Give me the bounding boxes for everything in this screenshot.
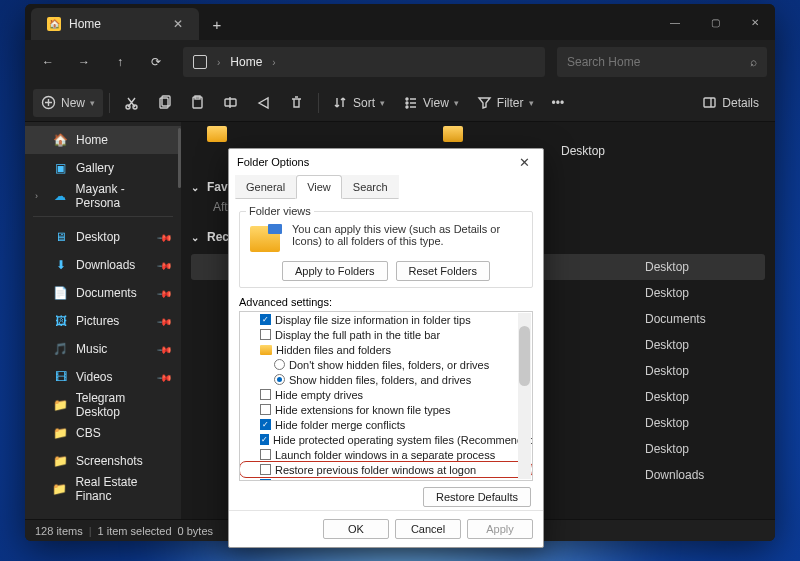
restore-defaults-button[interactable]: Restore Defaults: [423, 487, 531, 507]
gallery-icon: ▣: [53, 161, 68, 176]
music-icon: 🎵: [53, 342, 68, 357]
status-selected: 1 item selected: [98, 525, 172, 537]
chevron-right-icon: ›: [35, 191, 45, 201]
checkbox-icon[interactable]: [260, 404, 271, 415]
folder-icon[interactable]: [443, 126, 463, 142]
sidebar-item-telegram[interactable]: 📁Telegram Desktop: [25, 391, 181, 419]
copy-icon: [157, 95, 172, 110]
view-button[interactable]: View▾: [395, 89, 467, 117]
option-full-path[interactable]: Display the full path in the title bar: [240, 327, 532, 342]
videos-icon: 🎞: [53, 370, 68, 385]
cancel-button[interactable]: Cancel: [395, 519, 461, 539]
checkbox-icon[interactable]: ✓: [260, 434, 269, 445]
trash-icon: [289, 95, 304, 110]
sidebar-item-realestate[interactable]: 📁Real Estate Financ: [25, 475, 181, 503]
reset-folders-button[interactable]: Reset Folders: [396, 261, 490, 281]
rename-icon: [223, 95, 238, 110]
checkbox-icon[interactable]: [260, 464, 271, 475]
dialog-footer: OK Cancel Apply: [229, 510, 543, 547]
cut-button[interactable]: [116, 89, 147, 117]
svg-point-10: [406, 106, 408, 108]
checkbox-icon[interactable]: [260, 449, 271, 460]
status-item-count: 128 items: [35, 525, 83, 537]
sidebar-item-personal[interactable]: ›☁Mayank - Persona: [25, 182, 181, 210]
pin-icon: 📌: [157, 369, 173, 385]
option-launch-separate[interactable]: Launch folder windows in a separate proc…: [240, 447, 532, 462]
pictures-icon: 🖼: [53, 314, 68, 329]
paste-icon: [190, 95, 205, 110]
more-button[interactable]: •••: [544, 89, 573, 117]
option-hide-ext[interactable]: Hide extensions for known file types: [240, 402, 532, 417]
sidebar-item-home[interactable]: 🏠Home: [25, 126, 181, 154]
new-button[interactable]: New ▾: [33, 89, 103, 117]
sort-icon: [333, 95, 348, 110]
checkbox-icon[interactable]: ✓: [260, 314, 271, 325]
option-hide-protected[interactable]: ✓Hide protected operating system files (…: [240, 432, 532, 447]
option-show-hidden[interactable]: Show hidden files, folders, and drives: [240, 372, 532, 387]
search-input[interactable]: [567, 55, 750, 69]
delete-button[interactable]: [281, 89, 312, 117]
paste-button[interactable]: [182, 89, 213, 117]
sidebar-item-gallery[interactable]: ▣Gallery: [25, 154, 181, 182]
pin-icon: 📌: [157, 229, 173, 245]
home-icon: 🏠: [53, 133, 68, 148]
checkbox-icon[interactable]: [260, 329, 271, 340]
tab-close-icon[interactable]: ✕: [173, 17, 183, 31]
copy-button[interactable]: [149, 89, 180, 117]
folder-view-icon: [250, 226, 280, 252]
pin-icon: 📌: [157, 285, 173, 301]
option-restore-previous[interactable]: Restore previous folder windows at logon: [240, 462, 532, 477]
sidebar-item-music[interactable]: 🎵Music📌: [25, 335, 181, 363]
svg-point-8: [406, 98, 408, 100]
back-button[interactable]: ←: [33, 47, 63, 77]
sidebar-item-pictures[interactable]: 🖼Pictures📌: [25, 307, 181, 335]
sidebar-item-downloads[interactable]: ⬇Downloads📌: [25, 251, 181, 279]
sidebar-item-cbs[interactable]: 📁CBS: [25, 419, 181, 447]
checkbox-icon[interactable]: ✓: [260, 479, 271, 481]
new-tab-button[interactable]: +: [199, 8, 235, 40]
folder-icon: 📁: [53, 426, 68, 441]
details-pane-button[interactable]: Details: [694, 89, 767, 117]
forward-button[interactable]: →: [69, 47, 99, 77]
up-button[interactable]: ↑: [105, 47, 135, 77]
chevron-right-icon: ›: [217, 57, 220, 68]
share-button[interactable]: [248, 89, 279, 117]
option-hide-empty[interactable]: Hide empty drives: [240, 387, 532, 402]
dialog-titlebar: Folder Options ✕: [229, 149, 543, 175]
search-box[interactable]: ⌕: [557, 47, 767, 77]
minimize-button[interactable]: —: [655, 4, 695, 40]
checkbox-icon[interactable]: [260, 389, 271, 400]
ok-button[interactable]: OK: [323, 519, 389, 539]
sidebar-item-desktop[interactable]: 🖥Desktop📌: [25, 223, 181, 251]
tab-general[interactable]: General: [235, 175, 296, 199]
radio-icon[interactable]: [274, 359, 285, 370]
rename-button[interactable]: [215, 89, 246, 117]
crumb-home[interactable]: Home: [230, 55, 262, 69]
option-hidden-folder[interactable]: Hidden files and folders: [240, 342, 532, 357]
sidebar-item-videos[interactable]: 🎞Videos📌: [25, 363, 181, 391]
radio-icon[interactable]: [274, 374, 285, 385]
filter-button[interactable]: Filter▾: [469, 89, 542, 117]
sidebar-item-screenshots[interactable]: 📁Screenshots: [25, 447, 181, 475]
apply-button[interactable]: Apply: [467, 519, 533, 539]
option-display-size[interactable]: ✓Display file size information in folder…: [240, 312, 532, 327]
close-window-button[interactable]: ✕: [735, 4, 775, 40]
option-hide-merge[interactable]: ✓Hide folder merge conflicts: [240, 417, 532, 432]
close-icon[interactable]: ✕: [513, 155, 535, 170]
tab-view[interactable]: View: [296, 175, 342, 199]
sort-button[interactable]: Sort▾: [325, 89, 393, 117]
advanced-settings-label: Advanced settings:: [239, 296, 533, 308]
option-dont-show-hidden[interactable]: Don't show hidden files, folders, or dri…: [240, 357, 532, 372]
address-bar[interactable]: › Home ›: [183, 47, 545, 77]
folder-views-desc: You can apply this view (such as Details…: [292, 223, 526, 255]
tab-home[interactable]: 🏠 Home ✕: [31, 8, 199, 40]
apply-to-folders-button[interactable]: Apply to Folders: [282, 261, 387, 281]
maximize-button[interactable]: ▢: [695, 4, 735, 40]
advanced-settings-tree[interactable]: ✓Display file size information in folder…: [239, 311, 533, 481]
folder-icon[interactable]: [207, 126, 227, 142]
refresh-button[interactable]: ⟳: [141, 47, 171, 77]
checkbox-icon[interactable]: ✓: [260, 419, 271, 430]
sidebar-item-documents[interactable]: 📄Documents📌: [25, 279, 181, 307]
tab-search[interactable]: Search: [342, 175, 399, 199]
option-show-drive[interactable]: ✓Show drive letters: [240, 477, 532, 481]
